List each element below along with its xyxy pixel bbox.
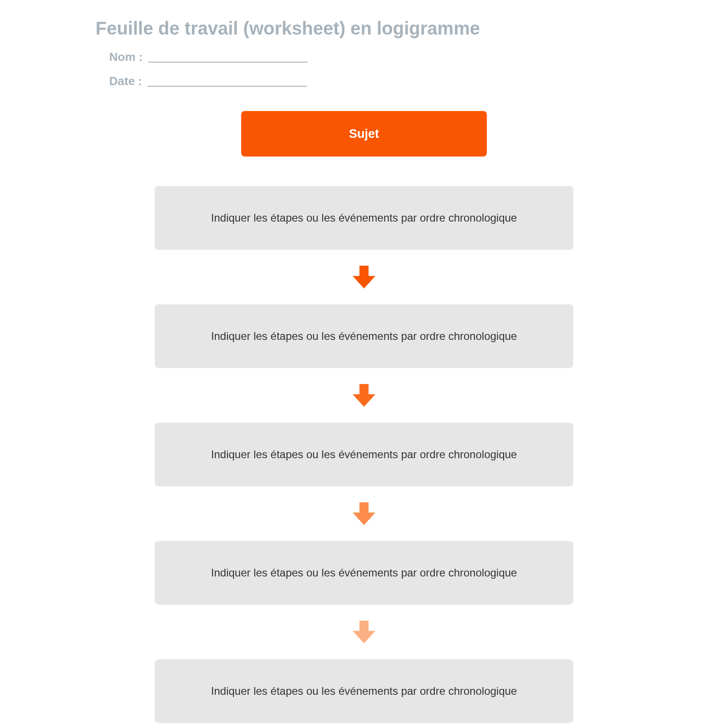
arrow-down-icon [353,621,375,643]
step-text: Indiquer les étapes ou les événements pa… [211,448,517,461]
page-title: Feuille de travail (worksheet) en logigr… [96,18,632,39]
subject-label: Sujet [349,127,379,141]
worksheet-page: Feuille de travail (worksheet) en logigr… [0,0,728,728]
step-text: Indiquer les étapes ou les événements pa… [211,212,517,224]
step-box-4[interactable]: Indiquer les étapes ou les événements pa… [155,541,573,605]
arrow-gap [353,486,375,541]
step-text: Indiquer les étapes ou les événements pa… [211,330,517,343]
subject-box[interactable]: Sujet [241,111,487,157]
arrow-down-icon [353,502,375,525]
arrow-gap [353,250,375,304]
name-input-line[interactable] [148,62,308,62]
step-box-1[interactable]: Indiquer les étapes ou les événements pa… [155,186,573,250]
step-text: Indiquer les étapes ou les événements pa… [211,566,517,579]
date-input-line[interactable] [147,86,307,86]
name-label: Nom : [109,50,143,64]
arrow-down-icon [353,384,375,407]
date-row: Date : [109,74,632,88]
date-label: Date : [109,74,142,88]
step-box-3[interactable]: Indiquer les étapes ou les événements pa… [155,423,573,486]
step-text: Indiquer les étapes ou les événements pa… [211,685,517,698]
meta-section: Nom : Date : [109,50,632,88]
name-row: Nom : [109,50,632,64]
flowchart: Sujet Indiquer les étapes ou les événeme… [96,111,632,723]
arrow-down-icon [353,266,375,288]
arrow-gap [353,605,375,659]
arrow-gap [353,368,375,423]
step-box-5[interactable]: Indiquer les étapes ou les événements pa… [155,659,573,723]
step-box-2[interactable]: Indiquer les étapes ou les événements pa… [155,304,573,368]
